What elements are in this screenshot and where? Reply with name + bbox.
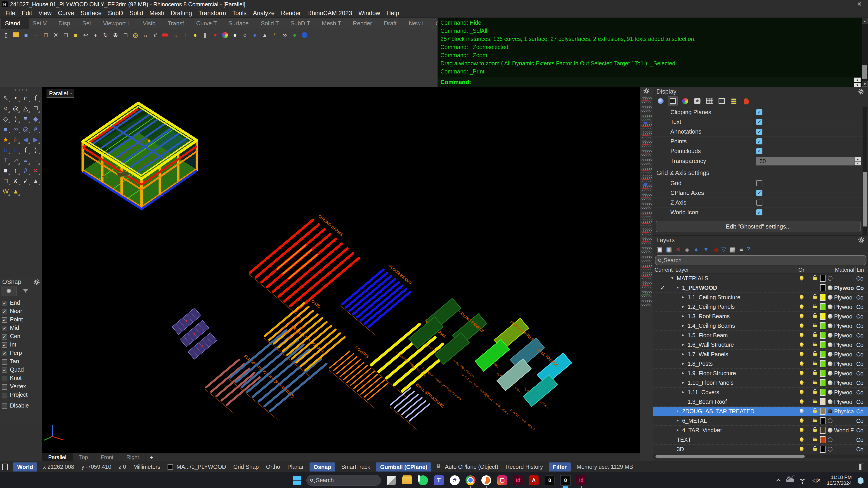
column-on[interactable]: On [798,267,806,273]
edit-ghosted-button[interactable]: Edit "Ghosted" settings... [656,221,861,232]
layer-visibility-bulb-icon[interactable] [800,409,804,413]
cplane-tool-icon-15[interactable] [641,220,652,226]
cplane-tool-icon-17[interactable] [641,237,652,244]
column-linetype[interactable]: Lin [857,267,864,273]
viewport-label[interactable]: Parallel ▾ [46,89,74,98]
fillet-icon[interactable]: ) [11,114,20,123]
rhino-active-icon[interactable]: 8 [560,475,571,486]
osnap-checkbox-knot[interactable] [2,376,7,381]
layer-visibility-bulb-icon[interactable] [800,371,804,375]
cplane-tool-icon-9[interactable] [641,167,652,173]
layer-visibility-bulb-icon[interactable] [800,343,804,346]
group-floor-beams[interactable] [342,270,410,327]
osnap-gear-icon[interactable] [34,279,39,285]
layer-visibility-bulb-icon[interactable] [800,437,804,441]
status-toggle-auto-cplane-object-[interactable]: Auto CPlane (Object) [441,464,502,470]
osnap-checkbox-perp[interactable] [2,351,7,356]
zoom-selected-icon[interactable]: ◎ [131,31,140,39]
cplane-tool-icon-16[interactable] [641,228,652,235]
collapse-all-icon[interactable]: ◀ [713,246,718,253]
toolbar-tab-surface[interactable]: Surface... [225,18,257,29]
layer-row-1-7-wall-panels[interactable]: ▸1.7_Wall PanelsPlywooCo [653,350,868,359]
task-view-icon[interactable] [386,475,397,486]
expand-icon[interactable]: ▸ [682,342,684,347]
menu-file[interactable]: File [2,9,19,18]
layer-row-1-6-wall-structure[interactable]: ▸1.6_Wall StructurePlywooCo [653,340,868,350]
collapse-icon[interactable]: ▾ [671,275,673,281]
layer-row-1-3-roof-beams[interactable]: ▸1.3_Roof BeamsPlywooCo [653,312,868,321]
layer-search-input[interactable]: Search [655,255,866,265]
menu-tools[interactable]: Tools [229,9,250,18]
layer-color-swatch[interactable] [820,351,826,358]
close-icon[interactable]: ✕ [855,0,864,8]
menu-help[interactable]: Help [383,9,402,18]
layer-lock-icon[interactable] [813,277,817,280]
toolbar-tab-visib[interactable]: Visib... [139,18,164,29]
layer-row-3d[interactable]: 3DCo [653,445,868,454]
menu-drafting[interactable]: Drafting [167,9,195,18]
expand-icon[interactable]: ▸ [682,304,684,309]
layer-row-4-tar-vindt-t[interactable]: ▸4_TAR_VindtætWood FCo [653,426,868,435]
move-down-icon[interactable]: ▼ [703,246,709,253]
layer-lock-icon[interactable] [813,448,817,451]
checkbox-world-icon[interactable] [756,209,763,216]
osnap-checkbox-point[interactable] [2,317,7,323]
cplane-tool-icon-14[interactable] [641,211,652,218]
distance-icon[interactable]: ↔ [171,31,180,39]
cplane-tool-icon-23[interactable] [641,290,652,297]
window-icon[interactable] [717,96,726,106]
indesign2-icon[interactable]: Id [576,475,587,486]
layer-material-icon[interactable] [828,314,833,319]
layer-material-icon[interactable] [828,333,833,338]
point-icon[interactable]: • [11,93,20,103]
cplane-tool-icon-22[interactable] [641,281,652,288]
menu-solid[interactable]: Solid [126,9,146,18]
expand-icon[interactable]: ▸ [682,370,684,376]
zoom-window-icon[interactable]: □ [121,31,130,39]
layer-material-icon[interactable] [828,352,833,357]
checkbox-z-axis[interactable] [756,200,763,206]
slack-icon[interactable]: # [449,475,460,486]
layers-gear-icon[interactable] [858,237,864,243]
layer-lock-icon[interactable] [813,363,817,365]
checkbox-text[interactable] [756,119,763,125]
osnap-checkbox-quad[interactable] [2,367,7,373]
rendered-view-icon[interactable]: ● [250,31,259,39]
layer-lock-icon[interactable] [813,325,817,327]
clock[interactable]: 11:18 PM 10/27/2024 [827,475,852,486]
expand-icon[interactable]: ▸ [682,389,684,394]
osnap-checkbox-near[interactable] [2,309,7,315]
circle-icon[interactable]: ○ [1,103,10,113]
spheres-icon[interactable]: ∞ [11,124,20,134]
color-wheel-icon[interactable] [221,31,229,39]
print-icon[interactable]: ≡ [32,31,40,39]
layer-material-icon[interactable] [828,286,833,290]
transparency-up-icon[interactable]: ▲ [855,157,861,161]
osnap-tab-snaps[interactable] [1,286,17,296]
collapse-icon[interactable]: ▾ [677,285,679,290]
layer-material-icon[interactable] [828,295,833,300]
display-scrollbar[interactable] [863,107,867,235]
layer-visibility-bulb-icon[interactable] [800,304,804,308]
chrome-icon[interactable] [465,475,476,486]
explode-block-icon[interactable]: ☆ [11,135,20,144]
cplane-tool-icon-3[interactable] [641,114,652,121]
layer-color-swatch[interactable] [820,341,826,348]
layer-material-icon[interactable] [828,418,833,423]
toolbar-tab-render[interactable]: Render... [349,18,380,29]
layer-color-swatch[interactable] [820,398,826,405]
add-viewport-tab[interactable]: + [146,453,157,461]
layer-row-1-5-floor-beam[interactable]: ▸1.5_Floor BeamPlywooCo [653,331,868,340]
status-toggle-filter[interactable]: Filter [549,462,571,471]
expand-icon[interactable]: ▸ [677,427,679,432]
section-icon[interactable]: ✕ [31,166,40,175]
layer-material-icon[interactable] [828,343,833,347]
toolbar-tab-subdt[interactable]: SubD T... [287,18,318,29]
layer-visibility-bulb-icon[interactable] [800,314,804,318]
teams-icon[interactable]: T [433,475,444,486]
notes-icon[interactable] [2,464,8,470]
layer-row-text[interactable]: TEXTCo [653,435,868,445]
viewport-globe-icon[interactable] [656,96,665,106]
layer-material-icon[interactable] [828,276,833,281]
status-toggle-ortho[interactable]: Ortho [262,464,284,470]
